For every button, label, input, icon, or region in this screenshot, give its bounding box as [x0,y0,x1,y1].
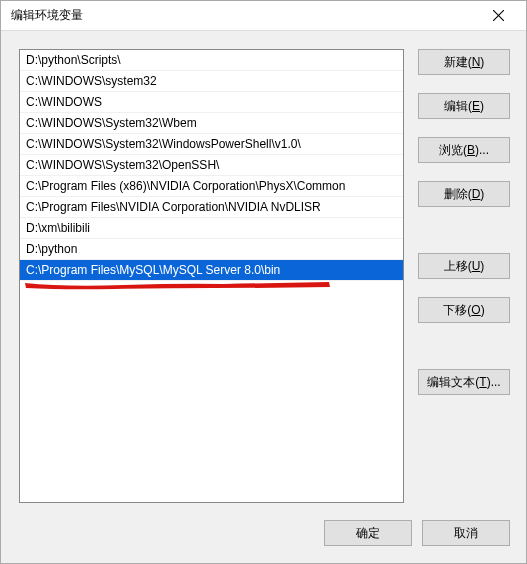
list-item[interactable]: D:\python\Scripts\ [20,50,403,71]
dialog-title: 编辑环境变量 [11,7,83,24]
dialog-footer: 确定 取消 [1,513,526,563]
edit-button[interactable]: 编辑(E) [418,93,510,119]
list-item[interactable]: C:\Program Files\NVIDIA Corporation\NVID… [20,197,403,218]
list-item[interactable]: C:\WINDOWS\system32 [20,71,403,92]
edit-text-button[interactable]: 编辑文本(T)... [418,369,510,395]
move-up-button[interactable]: 上移(U) [418,253,510,279]
list-item[interactable]: D:\python [20,239,403,260]
ok-button[interactable]: 确定 [324,520,412,546]
close-icon [493,10,504,21]
list-item[interactable]: C:\WINDOWS\System32\WindowsPowerShell\v1… [20,134,403,155]
content-area: D:\python\Scripts\ C:\WINDOWS\system32 C… [1,31,526,513]
delete-button[interactable]: 删除(D) [418,181,510,207]
list-item-selected[interactable]: C:\Program Files\MySQL\MySQL Server 8.0\… [20,260,403,281]
move-down-button[interactable]: 下移(O) [418,297,510,323]
browse-button[interactable]: 浏览(B)... [418,137,510,163]
list-item[interactable]: C:\WINDOWS\System32\OpenSSH\ [20,155,403,176]
button-sidebar: 新建(N) 编辑(E) 浏览(B)... 删除(D) 上移(U) 下移(O) [418,49,510,503]
path-listbox[interactable]: D:\python\Scripts\ C:\WINDOWS\system32 C… [19,49,404,503]
titlebar: 编辑环境变量 [1,1,526,31]
edit-env-var-dialog: 编辑环境变量 D:\python\Scripts\ C:\WINDOWS\sys… [0,0,527,564]
list-item[interactable]: C:\Program Files (x86)\NVIDIA Corporatio… [20,176,403,197]
list-item[interactable]: D:\xm\bilibili [20,218,403,239]
cancel-button[interactable]: 取消 [422,520,510,546]
close-button[interactable] [478,2,518,30]
list-item[interactable]: C:\WINDOWS\System32\Wbem [20,113,403,134]
list-item[interactable]: C:\WINDOWS [20,92,403,113]
new-button[interactable]: 新建(N) [418,49,510,75]
